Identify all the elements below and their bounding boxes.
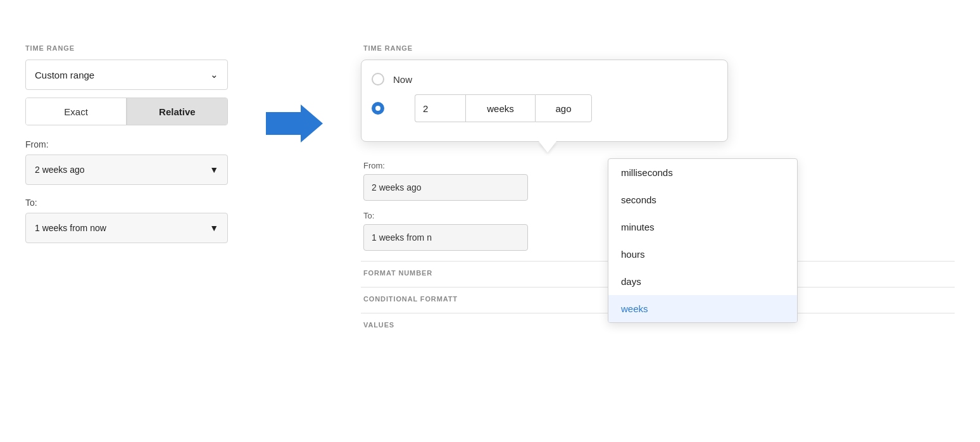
to-label: To: — [25, 198, 228, 208]
now-radio-row[interactable]: Now — [372, 73, 717, 85]
number-input[interactable] — [415, 94, 465, 122]
left-panel: TIME RANGE Custom range ⌄ Exact Relative… — [25, 25, 228, 256]
tab-exact[interactable]: Exact — [26, 98, 126, 125]
tab-group: Exact Relative — [25, 98, 228, 125]
custom-range-dropdown[interactable]: Custom range ⌄ — [25, 60, 228, 90]
popup-caret — [539, 141, 556, 153]
relative-input-group: weeks ago — [415, 94, 592, 122]
right-to-box[interactable]: 1 weeks from n — [363, 224, 528, 251]
unit-selector[interactable]: weeks — [465, 94, 535, 122]
dropdown-item-seconds[interactable]: seconds — [608, 186, 797, 213]
arrow-container — [266, 25, 323, 146]
direction-selector[interactable]: ago — [535, 94, 592, 122]
right-section-label: TIME RANGE — [361, 44, 955, 52]
right-from-box[interactable]: 2 weeks ago — [363, 174, 528, 201]
from-dropdown[interactable]: 2 weeks ago ▼ — [25, 155, 228, 185]
relative-radio-row: weeks ago — [372, 94, 717, 122]
chevron-down-icon: ⌄ — [210, 69, 218, 80]
to-value: 1 weeks from now — [35, 223, 106, 233]
right-arrow-icon — [266, 101, 323, 146]
unit-dropdown-list: millisecondssecondsminuteshoursdaysweeks — [608, 158, 798, 323]
svg-marker-0 — [266, 104, 323, 142]
from-label: From: — [25, 139, 228, 149]
custom-range-value: Custom range — [35, 70, 94, 80]
from-chevron-icon: ▼ — [210, 165, 218, 175]
now-radio-button[interactable] — [372, 73, 384, 85]
dropdown-item-minutes[interactable]: minutes — [608, 213, 797, 241]
right-to-value: 1 weeks from n — [372, 232, 432, 243]
popup-card: Now weeks ago — [361, 60, 728, 142]
tab-relative[interactable]: Relative — [127, 98, 227, 125]
to-chevron-icon: ▼ — [210, 223, 218, 233]
relative-radio-button[interactable] — [372, 102, 384, 115]
right-from-value: 2 weeks ago — [372, 182, 422, 193]
dropdown-item-hours[interactable]: hours — [608, 241, 797, 268]
right-panel: TIME RANGE Now weeks ago — [361, 25, 955, 332]
from-value: 2 weeks ago — [35, 165, 85, 175]
to-dropdown[interactable]: 1 weeks from now ▼ — [25, 213, 228, 243]
now-label: Now — [393, 74, 412, 85]
dropdown-item-weeks[interactable]: weeks — [608, 295, 797, 322]
dropdown-item-days[interactable]: days — [608, 268, 797, 295]
dropdown-item-milliseconds[interactable]: milliseconds — [608, 159, 797, 186]
left-section-label: TIME RANGE — [25, 44, 228, 52]
